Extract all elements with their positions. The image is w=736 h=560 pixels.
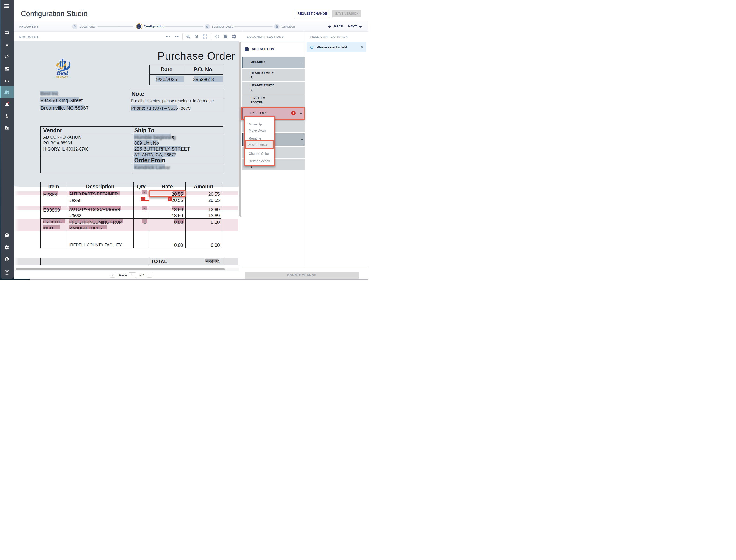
- svg-text:Best: Best: [56, 69, 68, 76]
- svg-text:— COMPANY —: — COMPANY —: [53, 76, 71, 78]
